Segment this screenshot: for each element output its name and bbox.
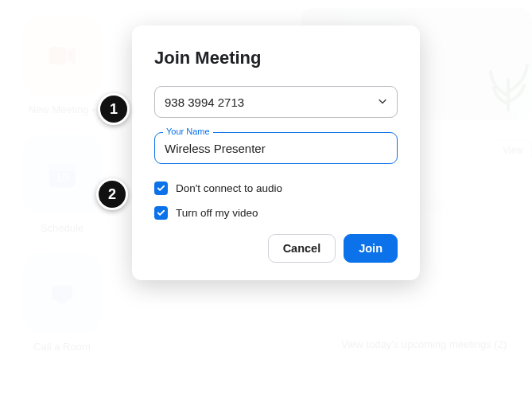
meeting-id-combo[interactable]: 938 3994 2713 bbox=[154, 86, 398, 118]
dialog-title: Join Meeting bbox=[154, 48, 398, 68]
annotation-1: 1 bbox=[98, 93, 130, 125]
cancel-button[interactable]: Cancel bbox=[268, 234, 336, 263]
chevron-down-icon bbox=[378, 96, 387, 109]
video-checkbox[interactable] bbox=[154, 206, 168, 220]
checkmark-icon bbox=[157, 184, 165, 193]
join-meeting-dialog: Join Meeting 938 3994 2713 Your Name Don… bbox=[132, 25, 420, 280]
your-name-input[interactable] bbox=[165, 133, 387, 163]
checkmark-icon bbox=[157, 209, 165, 217]
dialog-actions: Cancel Join bbox=[154, 234, 398, 263]
your-name-label: Your Name bbox=[163, 127, 213, 136]
audio-checkbox[interactable] bbox=[154, 181, 168, 195]
annotation-2: 2 bbox=[96, 178, 128, 210]
join-button[interactable]: Join bbox=[344, 234, 398, 263]
your-name-field[interactable]: Your Name bbox=[154, 132, 398, 164]
meeting-id-value: 938 3994 2713 bbox=[165, 96, 244, 109]
audio-checkbox-label: Don't connect to audio bbox=[176, 182, 282, 194]
video-checkbox-label: Turn off my video bbox=[176, 207, 258, 219]
